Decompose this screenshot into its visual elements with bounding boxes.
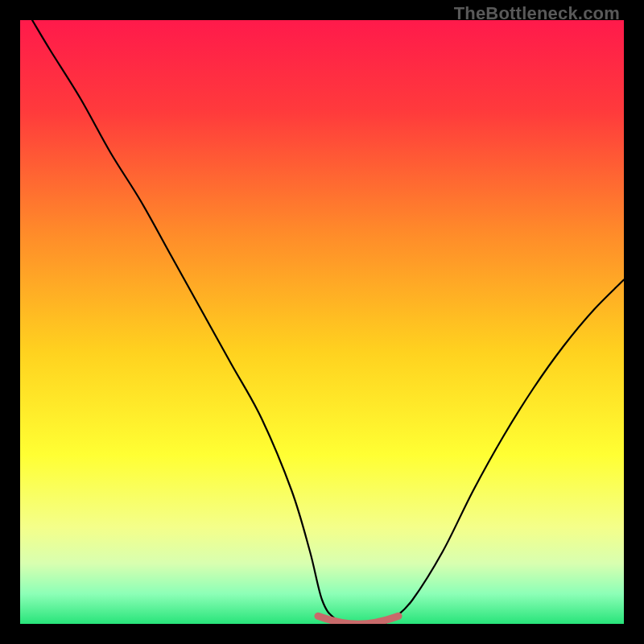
gradient-background xyxy=(20,20,624,624)
bottleneck-chart xyxy=(20,20,624,624)
chart-frame: TheBottleneck.com xyxy=(0,0,644,644)
plot-area xyxy=(20,20,624,624)
